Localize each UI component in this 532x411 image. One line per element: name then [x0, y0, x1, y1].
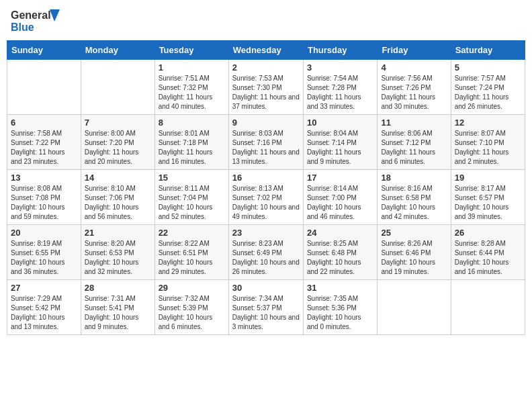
day-info: Sunrise: 8:23 AMSunset: 6:49 PMDaylight:… [232, 239, 300, 277]
svg-marker-2 [50, 9, 60, 21]
calendar-cell [81, 60, 154, 115]
calendar-cell: 1Sunrise: 7:51 AMSunset: 7:32 PMDaylight… [154, 60, 228, 115]
day-info: Sunrise: 8:13 AMSunset: 7:02 PMDaylight:… [232, 184, 300, 222]
day-number: 15 [159, 173, 225, 183]
calendar-day-header: Thursday [303, 41, 377, 60]
day-info: Sunrise: 8:20 AMSunset: 6:53 PMDaylight:… [85, 239, 151, 277]
calendar-cell: 5Sunrise: 7:57 AMSunset: 7:24 PMDaylight… [451, 60, 525, 115]
day-number: 22 [159, 228, 225, 238]
calendar-week-row: 27Sunrise: 7:29 AMSunset: 5:42 PMDayligh… [7, 280, 525, 335]
calendar-cell: 18Sunrise: 8:16 AMSunset: 6:58 PMDayligh… [378, 170, 451, 225]
calendar-header-row: SundayMondayTuesdayWednesdayThursdayFrid… [7, 41, 525, 60]
day-info: Sunrise: 8:16 AMSunset: 6:58 PMDaylight:… [381, 184, 447, 222]
calendar-cell: 11Sunrise: 8:06 AMSunset: 7:12 PMDayligh… [378, 115, 451, 170]
calendar-cell: 12Sunrise: 8:07 AMSunset: 7:10 PMDayligh… [451, 115, 525, 170]
calendar-week-row: 1Sunrise: 7:51 AMSunset: 7:32 PMDaylight… [7, 60, 525, 115]
svg-text:General: General [11, 9, 51, 21]
calendar-week-row: 13Sunrise: 8:08 AMSunset: 7:08 PMDayligh… [7, 170, 525, 225]
day-info: Sunrise: 7:57 AMSunset: 7:24 PMDaylight:… [455, 74, 521, 111]
calendar-cell: 24Sunrise: 8:25 AMSunset: 6:48 PMDayligh… [303, 225, 377, 280]
page-header: GeneralBlue [7, 7, 525, 35]
day-number: 7 [85, 118, 151, 128]
calendar-cell: 4Sunrise: 7:56 AMSunset: 7:26 PMDaylight… [378, 60, 451, 115]
calendar-cell: 27Sunrise: 7:29 AMSunset: 5:42 PMDayligh… [7, 280, 81, 335]
calendar-cell: 16Sunrise: 8:13 AMSunset: 7:02 PMDayligh… [228, 170, 303, 225]
day-info: Sunrise: 8:14 AMSunset: 7:00 PMDaylight:… [307, 184, 373, 222]
day-info: Sunrise: 7:35 AMSunset: 5:36 PMDaylight:… [307, 294, 373, 332]
day-number: 6 [11, 118, 77, 128]
day-info: Sunrise: 8:01 AMSunset: 7:18 PMDaylight:… [159, 129, 225, 167]
day-number: 8 [159, 118, 225, 128]
day-info: Sunrise: 7:32 AMSunset: 5:39 PMDaylight:… [159, 294, 225, 332]
day-number: 26 [455, 228, 521, 238]
calendar-cell: 26Sunrise: 8:28 AMSunset: 6:44 PMDayligh… [451, 225, 525, 280]
day-info: Sunrise: 8:22 AMSunset: 6:51 PMDaylight:… [159, 239, 225, 277]
day-info: Sunrise: 8:26 AMSunset: 6:46 PMDaylight:… [381, 239, 447, 277]
day-info: Sunrise: 8:04 AMSunset: 7:14 PMDaylight:… [307, 129, 373, 167]
calendar-cell: 10Sunrise: 8:04 AMSunset: 7:14 PMDayligh… [303, 115, 377, 170]
calendar-day-header: Friday [378, 41, 451, 60]
calendar-cell: 25Sunrise: 8:26 AMSunset: 6:46 PMDayligh… [378, 225, 451, 280]
day-info: Sunrise: 7:56 AMSunset: 7:26 PMDaylight:… [381, 74, 447, 111]
calendar-cell: 15Sunrise: 8:11 AMSunset: 7:04 PMDayligh… [154, 170, 228, 225]
day-info: Sunrise: 8:03 AMSunset: 7:16 PMDaylight:… [232, 129, 300, 167]
day-info: Sunrise: 8:11 AMSunset: 7:04 PMDaylight:… [159, 184, 225, 222]
day-number: 4 [381, 62, 447, 73]
calendar-cell: 22Sunrise: 8:22 AMSunset: 6:51 PMDayligh… [154, 225, 228, 280]
day-number: 1 [159, 62, 225, 73]
day-info: Sunrise: 7:54 AMSunset: 7:28 PMDaylight:… [307, 74, 373, 111]
calendar-cell [378, 280, 451, 335]
day-number: 13 [11, 173, 77, 183]
calendar-cell: 21Sunrise: 8:20 AMSunset: 6:53 PMDayligh… [81, 225, 154, 280]
day-number: 21 [85, 228, 151, 238]
calendar-cell: 9Sunrise: 8:03 AMSunset: 7:16 PMDaylight… [228, 115, 303, 170]
day-number: 9 [232, 118, 300, 128]
calendar-day-header: Monday [81, 41, 154, 60]
day-info: Sunrise: 7:31 AMSunset: 5:41 PMDaylight:… [85, 294, 151, 332]
day-number: 24 [307, 228, 373, 238]
calendar-cell: 23Sunrise: 8:23 AMSunset: 6:49 PMDayligh… [228, 225, 303, 280]
calendar-week-row: 20Sunrise: 8:19 AMSunset: 6:55 PMDayligh… [7, 225, 525, 280]
calendar-cell: 31Sunrise: 7:35 AMSunset: 5:36 PMDayligh… [303, 280, 377, 335]
day-number: 2 [232, 62, 300, 73]
day-number: 5 [455, 62, 521, 73]
calendar-cell: 13Sunrise: 8:08 AMSunset: 7:08 PMDayligh… [7, 170, 81, 225]
calendar-day-header: Tuesday [154, 41, 228, 60]
day-number: 29 [159, 283, 225, 293]
day-info: Sunrise: 8:06 AMSunset: 7:12 PMDaylight:… [381, 129, 447, 167]
day-number: 19 [455, 173, 521, 183]
day-info: Sunrise: 8:17 AMSunset: 6:57 PMDaylight:… [455, 184, 521, 222]
day-info: Sunrise: 7:29 AMSunset: 5:42 PMDaylight:… [11, 294, 77, 332]
calendar-cell: 3Sunrise: 7:54 AMSunset: 7:28 PMDaylight… [303, 60, 377, 115]
day-number: 16 [232, 173, 300, 183]
day-number: 12 [455, 118, 521, 128]
calendar-cell: 28Sunrise: 7:31 AMSunset: 5:41 PMDayligh… [81, 280, 154, 335]
calendar-cell: 19Sunrise: 8:17 AMSunset: 6:57 PMDayligh… [451, 170, 525, 225]
logo-svg: GeneralBlue [9, 7, 63, 35]
day-number: 23 [232, 228, 300, 238]
calendar-cell: 6Sunrise: 7:58 AMSunset: 7:22 PMDaylight… [7, 115, 81, 170]
day-number: 11 [381, 118, 447, 128]
calendar-cell: 14Sunrise: 8:10 AMSunset: 7:06 PMDayligh… [81, 170, 154, 225]
day-number: 18 [381, 173, 447, 183]
day-info: Sunrise: 7:53 AMSunset: 7:30 PMDaylight:… [232, 74, 300, 111]
day-number: 25 [381, 228, 447, 238]
calendar-cell: 2Sunrise: 7:53 AMSunset: 7:30 PMDaylight… [228, 60, 303, 115]
day-info: Sunrise: 8:28 AMSunset: 6:44 PMDaylight:… [455, 239, 521, 277]
day-info: Sunrise: 7:51 AMSunset: 7:32 PMDaylight:… [159, 74, 225, 111]
day-info: Sunrise: 7:34 AMSunset: 5:37 PMDaylight:… [232, 294, 300, 332]
calendar-table: SundayMondayTuesdayWednesdayThursdayFrid… [7, 40, 525, 335]
calendar-cell: 30Sunrise: 7:34 AMSunset: 5:37 PMDayligh… [228, 280, 303, 335]
svg-text:Blue: Blue [11, 21, 34, 33]
calendar-cell: 17Sunrise: 8:14 AMSunset: 7:00 PMDayligh… [303, 170, 377, 225]
calendar-cell: 8Sunrise: 8:01 AMSunset: 7:18 PMDaylight… [154, 115, 228, 170]
calendar-cell: 29Sunrise: 7:32 AMSunset: 5:39 PMDayligh… [154, 280, 228, 335]
day-info: Sunrise: 7:58 AMSunset: 7:22 PMDaylight:… [11, 129, 77, 167]
day-number: 31 [307, 283, 373, 293]
day-info: Sunrise: 8:00 AMSunset: 7:20 PMDaylight:… [85, 129, 151, 167]
day-number: 20 [11, 228, 77, 238]
day-number: 3 [307, 62, 373, 73]
calendar-day-header: Saturday [451, 41, 525, 60]
calendar-cell [7, 60, 81, 115]
day-number: 17 [307, 173, 373, 183]
